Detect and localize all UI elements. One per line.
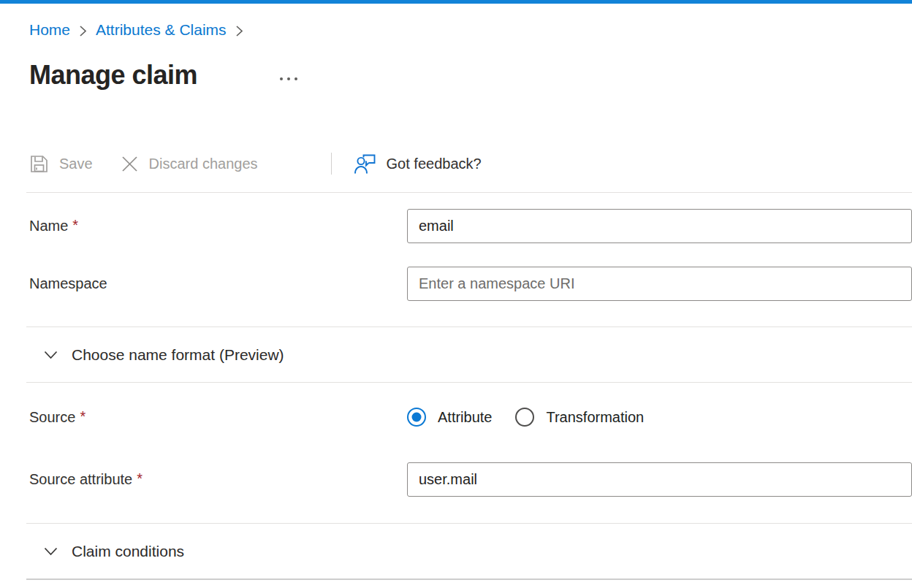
divider <box>26 192 912 193</box>
ellipsis-horizontal-icon <box>279 76 298 82</box>
save-icon <box>29 154 49 174</box>
radio-button-icon <box>515 408 534 427</box>
required-asterisk: * <box>137 470 142 486</box>
breadcrumb-attributes-claims-link[interactable]: Attributes & Claims <box>96 20 227 39</box>
discard-changes-label: Discard changes <box>149 156 258 172</box>
source-label-text: Source <box>29 409 75 425</box>
breadcrumb: Home Attributes & Claims <box>29 4 912 39</box>
page-header: Manage claim <box>29 57 912 93</box>
name-input[interactable] <box>407 209 912 243</box>
got-feedback-button[interactable]: Got feedback? <box>354 153 482 175</box>
source-radio-transformation[interactable]: Transformation <box>515 408 644 427</box>
feedback-person-chat-icon <box>354 153 376 175</box>
chevron-down-icon <box>44 547 58 556</box>
source-attribute-label: Source attribute* <box>29 471 407 488</box>
namespace-input[interactable] <box>407 267 912 301</box>
breadcrumb-home-link[interactable]: Home <box>29 20 70 39</box>
source-radio-attribute[interactable]: Attribute <box>407 408 492 427</box>
section-choose-name-format[interactable]: Choose name format (Preview) <box>29 327 912 382</box>
divider <box>26 579 912 580</box>
chevron-right-icon <box>235 25 243 37</box>
more-options-button[interactable] <box>279 76 298 82</box>
discard-changes-button[interactable]: Discard changes <box>121 155 258 173</box>
source-label: Source* <box>29 409 407 426</box>
section-choose-name-format-label: Choose name format (Preview) <box>72 346 284 364</box>
source-radio-transformation-label: Transformation <box>546 409 644 426</box>
chevron-down-icon <box>44 351 58 359</box>
namespace-label: Namespace <box>29 275 407 292</box>
divider <box>26 382 912 383</box>
source-attribute-label-text: Source attribute <box>29 471 132 487</box>
namespace-field-row: Namespace <box>29 267 912 301</box>
x-cross-icon <box>121 155 139 173</box>
radio-button-icon <box>407 408 426 427</box>
name-label: Name* <box>29 218 407 234</box>
required-asterisk: * <box>72 217 78 233</box>
chevron-right-icon <box>79 25 87 37</box>
source-field-row: Source* Attribute Transformation <box>29 401 912 433</box>
namespace-label-text: Namespace <box>29 275 107 291</box>
manage-claim-blade: Home Attributes & Claims Manage claim Sa… <box>0 4 912 580</box>
source-attribute-field-row: Source attribute* <box>29 462 912 497</box>
save-button[interactable]: Save <box>29 154 93 174</box>
toolbar-separator <box>331 153 332 175</box>
required-asterisk: * <box>80 408 86 424</box>
section-claim-conditions[interactable]: Claim conditions <box>29 524 912 579</box>
source-radio-group: Attribute Transformation <box>407 408 644 427</box>
page-title: Manage claim <box>29 60 197 91</box>
source-radio-attribute-label: Attribute <box>438 409 492 426</box>
command-bar: Save Discard changes Got feedback? <box>29 149 912 178</box>
name-label-text: Name <box>29 218 68 234</box>
source-attribute-input[interactable] <box>407 462 912 497</box>
save-button-label: Save <box>59 156 93 172</box>
name-field-row: Name* <box>29 209 912 243</box>
got-feedback-label: Got feedback? <box>387 156 482 172</box>
section-claim-conditions-label: Claim conditions <box>72 543 184 560</box>
